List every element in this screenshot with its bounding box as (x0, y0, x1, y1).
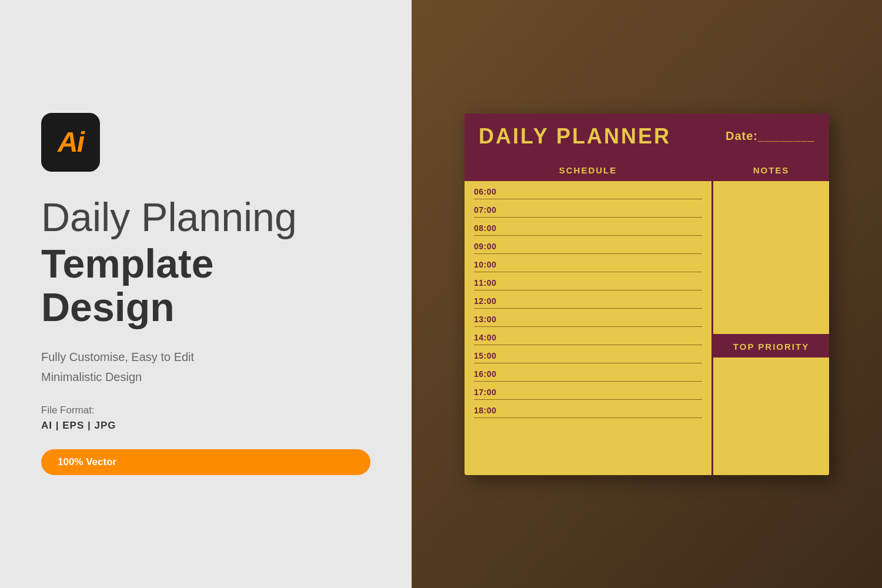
title-line2: Template (41, 242, 370, 286)
right-panel: DAILY PLANNER Date:________ SCHEDULE 06:… (412, 0, 882, 588)
planner-header: DAILY PLANNER Date:________ (465, 113, 829, 159)
notes-area (713, 181, 829, 334)
time-label: 12:00 (474, 296, 702, 306)
time-row: 09:00 (474, 236, 702, 254)
priority-header: TOP PRIORITY (713, 336, 829, 358)
vector-badge: 100% Vector (41, 449, 370, 475)
time-row: 16:00 (474, 363, 702, 382)
time-row: 14:00 (474, 327, 702, 345)
time-label: 15:00 (474, 351, 702, 360)
file-format-label: File Format: (41, 405, 370, 416)
subtitle-line2: Minimalistic Design (41, 367, 370, 387)
time-label: 18:00 (474, 406, 702, 415)
time-row: 13:00 (474, 309, 702, 327)
time-label: 13:00 (474, 315, 702, 324)
time-row: 12:00 (474, 290, 702, 309)
title-line3: Design (41, 285, 370, 329)
time-row: 18:00 (474, 400, 702, 418)
time-label: 11:00 (474, 278, 702, 288)
ai-icon-container: Ai (41, 113, 100, 172)
time-label: 10:00 (474, 260, 702, 269)
priority-area (713, 358, 829, 475)
file-formats: AI | EPS | JPG (41, 420, 370, 432)
left-panel: Ai Daily Planning Template Design Fully … (0, 0, 412, 588)
time-label: 14:00 (474, 333, 702, 342)
notes-header: NOTES (713, 159, 829, 181)
planner-date: Date:________ (726, 129, 815, 143)
time-row: 17:00 (474, 382, 702, 400)
time-label: 09:00 (474, 242, 702, 251)
main-title: Daily Planning Template Design (41, 195, 370, 329)
title-line1: Daily Planning (41, 195, 370, 239)
time-row: 10:00 (474, 254, 702, 272)
ai-icon-text: Ai (58, 126, 83, 158)
right-column: NOTES TOP PRIORITY (711, 159, 829, 475)
schedule-header: SCHEDULE (465, 159, 711, 181)
subtitle: Fully Customise, Easy to Edit Minimalist… (41, 347, 370, 387)
time-row: 15:00 (474, 345, 702, 363)
planner-title: DAILY PLANNER (479, 124, 671, 149)
time-row: 11:00 (474, 272, 702, 290)
planner-body: SCHEDULE 06:0007:0008:0009:0010:0011:001… (465, 159, 829, 475)
schedule-column: SCHEDULE 06:0007:0008:0009:0010:0011:001… (465, 159, 711, 475)
subtitle-line1: Fully Customise, Easy to Edit (41, 347, 370, 367)
time-row: 08:00 (474, 218, 702, 236)
time-row: 06:00 (474, 181, 702, 199)
time-label: 16:00 (474, 369, 702, 379)
time-label: 17:00 (474, 387, 702, 397)
schedule-rows: 06:0007:0008:0009:0010:0011:0012:0013:00… (465, 181, 711, 418)
priority-section: TOP PRIORITY (713, 334, 829, 475)
planner-card: DAILY PLANNER Date:________ SCHEDULE 06:… (465, 113, 829, 475)
time-label: 07:00 (474, 205, 702, 215)
time-label: 08:00 (474, 223, 702, 233)
time-row: 07:00 (474, 199, 702, 218)
time-label: 06:00 (474, 187, 702, 196)
